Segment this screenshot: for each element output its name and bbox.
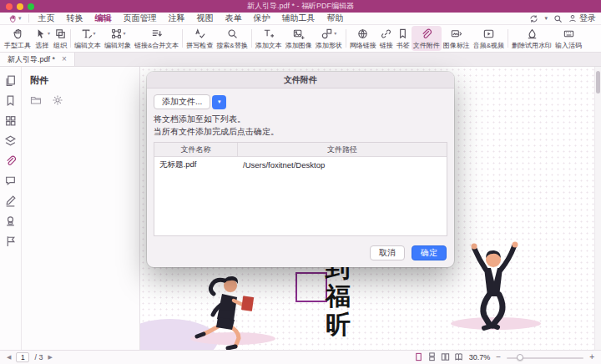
vertical-scrollbar[interactable] (594, 67, 601, 350)
select-cursor-icon: ▾ (34, 27, 50, 40)
zoom-slider-thumb[interactable] (517, 354, 523, 361)
edit-toolbar: 手型工具 ▾ 选择 组织 ▾ 编辑文本 ▾ 编辑对象 链接&合并文本 拼写检查 (0, 25, 601, 53)
toolbar-button-hand-tool[interactable]: 手型工具 (3, 26, 33, 51)
edit-text-icon: ▾ (80, 27, 96, 40)
view-facing-icon[interactable] (441, 352, 450, 363)
zoom-in-button[interactable]: + (589, 353, 594, 361)
zoom-percentage[interactable]: 30.7% (469, 353, 491, 361)
thumbnails-panel-icon[interactable] (4, 114, 17, 127)
menu-accessibility[interactable]: 辅助工具 (276, 13, 321, 24)
column-header-file-path[interactable]: 文件路径 (238, 144, 447, 155)
toolbar-button-organize[interactable]: 组织 (52, 26, 68, 51)
toolbar-button-link[interactable]: 链接 (378, 26, 395, 51)
chevron-down-icon[interactable]: ▾ (544, 15, 548, 22)
toolbar-button-edit-object[interactable]: ▾ 编辑对象 (103, 26, 133, 51)
hand-tool-icon (12, 27, 24, 40)
zoom-slider[interactable] (507, 353, 583, 361)
menu-home[interactable]: 主页 (33, 13, 61, 24)
divider (182, 29, 183, 48)
pages-panel-icon[interactable] (4, 74, 17, 87)
document-tab[interactable]: 新人引导.pdf * × (0, 53, 75, 66)
view-single-page-icon[interactable] (414, 352, 423, 363)
cancel-button[interactable]: 取消 (370, 245, 405, 260)
view-continuous-icon[interactable] (427, 352, 437, 363)
attachment-settings-icon[interactable] (52, 94, 63, 109)
char-fu: 福 (326, 282, 351, 311)
close-window-button[interactable] (6, 3, 13, 10)
add-text-icon (262, 27, 275, 40)
toolbar-button-select[interactable]: ▾ 选择 (33, 26, 52, 51)
next-page-button[interactable]: ▶ (48, 354, 52, 361)
menu-protect[interactable]: 保护 (248, 13, 276, 24)
previous-page-button[interactable]: ◀ (7, 354, 11, 361)
hand-icon (8, 14, 18, 23)
menu-edit[interactable]: 编辑 (89, 13, 118, 24)
add-image-icon (292, 27, 305, 40)
toolbar-button-link-merge-text[interactable]: 链接&合并文本 (133, 26, 180, 51)
toolbar-button-activation-code[interactable]: 输入活码 (553, 26, 583, 51)
toolbar-button-add-image[interactable]: 添加图像 (284, 26, 314, 51)
spell-check-icon (194, 27, 206, 40)
bookmarks-panel-icon[interactable] (4, 94, 17, 107)
toolbar-button-remove-trial-watermark[interactable]: 删除试用水印 (510, 26, 553, 51)
window-controls (6, 3, 34, 10)
layers-panel-icon[interactable] (4, 134, 17, 147)
divider (28, 14, 29, 23)
toolbar-button-add-text[interactable]: 添加文本 (254, 26, 284, 51)
menu-view[interactable]: 视图 (191, 13, 220, 24)
minimize-window-button[interactable] (17, 3, 23, 10)
stamp-panel-icon[interactable] (4, 215, 17, 227)
attachments-panel: 附件 (22, 67, 140, 350)
toolbar-button-bookmark[interactable]: 书签 (395, 26, 412, 51)
dialog-title: 文件附件 (147, 72, 454, 88)
attachments-panel-icon[interactable] (4, 154, 17, 167)
destinations-panel-icon[interactable] (4, 235, 17, 247)
login-button[interactable]: 登录 (568, 13, 596, 24)
table-row[interactable]: 无标题.pdf /Users/foxitnet/Desktop (154, 157, 447, 172)
char-xin: 昕 (326, 311, 351, 339)
illustration-jumping-man (451, 236, 534, 335)
dialog-instruction-1: 将文档添加至如下列表。 (154, 114, 447, 125)
confirm-button[interactable]: 确定 (412, 245, 447, 260)
attachments-panel-title: 附件 (30, 74, 131, 87)
signature-panel-icon[interactable] (4, 195, 17, 207)
sync-icon[interactable] (529, 14, 538, 23)
attachment-file-table: 文件名称 文件路径 无标题.pdf /Users/foxitnet/Deskto… (154, 142, 447, 236)
add-file-button[interactable]: 添加文件... (154, 94, 210, 109)
file-attachment-icon (420, 27, 432, 40)
menubar: ▾ 主页 转换 编辑 页面管理 注释 视图 表单 保护 辅助工具 帮助 ▾ 登录 (0, 13, 601, 25)
chevron-down-icon: ▾ (18, 15, 22, 22)
toolbar-button-edit-text[interactable]: ▾ 编辑文本 (73, 26, 103, 51)
divider (508, 29, 508, 48)
toolbar-button-add-shape[interactable]: ▾ 添加形状 (314, 26, 344, 51)
zoom-out-button[interactable]: − (496, 353, 501, 361)
toolbar-button-search-replace[interactable]: 搜索&替换 (215, 26, 249, 51)
comments-panel-icon[interactable] (4, 174, 17, 187)
add-file-dropdown-button[interactable]: ▾ (212, 95, 226, 109)
document-tabbar: 新人引导.pdf * × (0, 53, 601, 67)
view-book-icon[interactable] (454, 352, 463, 363)
scrollbar-thumb[interactable] (596, 71, 600, 94)
toolbar-button-web-link[interactable]: 网络链接 (348, 26, 378, 51)
menu-page-management[interactable]: 页面管理 (118, 13, 163, 24)
search-icon[interactable] (553, 14, 563, 23)
audio-video-icon (482, 27, 495, 40)
menu-comment[interactable]: 注释 (163, 13, 191, 24)
toolbar-button-audio-video[interactable]: 音频&视频 (472, 26, 506, 51)
toolbar-button-file-attachment[interactable]: 文件附件 (412, 26, 442, 51)
menu-help[interactable]: 帮助 (321, 13, 350, 24)
menu-convert[interactable]: 转换 (61, 13, 89, 24)
zoom-window-button[interactable] (28, 3, 34, 10)
toolbar-button-spell-check[interactable]: 拼写检查 (184, 26, 215, 51)
web-link-icon (356, 27, 369, 40)
user-icon (568, 14, 577, 23)
current-page-input[interactable]: 1 (16, 352, 29, 362)
attachment-open-icon[interactable] (30, 94, 42, 109)
search-replace-icon (226, 27, 239, 40)
tab-close-icon[interactable]: × (62, 55, 67, 63)
column-header-file-name[interactable]: 文件名称 (154, 143, 238, 156)
menu-form[interactable]: 表单 (220, 13, 248, 24)
file-path-cell: /Users/foxitnet/Desktop (238, 160, 447, 169)
toolbar-button-image-annotation[interactable]: 图像标注 (442, 26, 472, 51)
hand-mode-menu[interactable]: ▾ (5, 14, 25, 23)
